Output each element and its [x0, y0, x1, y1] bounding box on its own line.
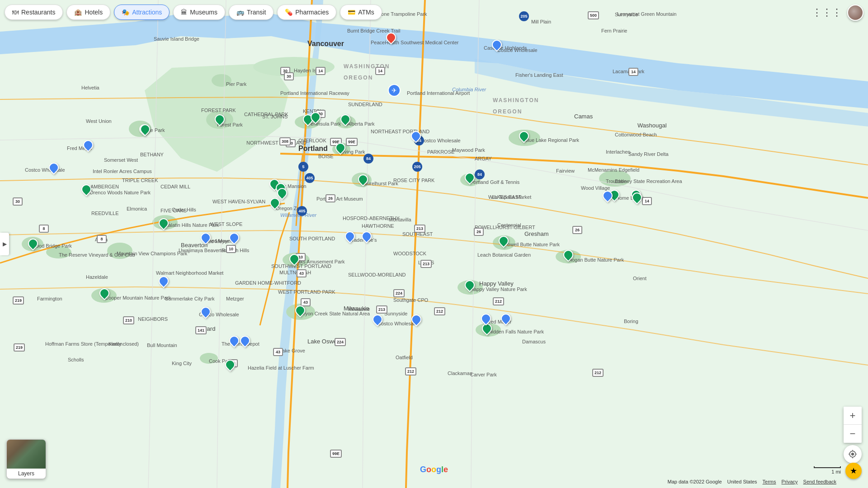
scale-bar: 1 mi [814, 466, 841, 474]
privacy-link[interactable]: Privacy [782, 479, 798, 484]
restaurants-icon: 🍽 [12, 9, 19, 16]
category-button-restaurants[interactable]: 🍽Restaurants [5, 5, 63, 20]
map-marker-28[interactable] [83, 140, 93, 150]
map-marker-39[interactable] [411, 314, 421, 324]
scale-line [814, 466, 841, 468]
map-marker-22[interactable] [99, 288, 109, 298]
map-marker-5[interactable] [335, 143, 345, 153]
map-marker-23[interactable] [295, 305, 305, 315]
map-marker-13[interactable] [159, 218, 169, 228]
category-button-atms[interactable]: 💳ATMs [340, 5, 382, 20]
scale-text: 1 mi [831, 469, 841, 474]
map-marker-18[interactable] [519, 131, 529, 141]
map-marker-34[interactable] [159, 276, 169, 286]
svg-point-10 [107, 243, 132, 259]
map-marker-31[interactable] [492, 40, 502, 50]
map-marker-30[interactable] [411, 131, 421, 141]
map-marker-46[interactable]: ✈ [388, 84, 401, 97]
pharmacies-icon: 💊 [285, 9, 292, 16]
map-marker-21[interactable] [482, 324, 492, 333]
category-button-museums[interactable]: 🏛Museums [173, 5, 225, 20]
attribution-bar: Map data ©2022 Google United States Term… [668, 479, 836, 484]
map-marker-43[interactable] [362, 231, 372, 241]
terms-link[interactable]: Terms [763, 479, 776, 484]
svg-point-8 [212, 74, 231, 87]
map-marker-40[interactable] [481, 314, 491, 324]
map-marker-19[interactable] [563, 250, 573, 260]
map-marker-12[interactable] [81, 184, 91, 194]
map-marker-24[interactable] [225, 360, 235, 370]
category-button-pharmacies[interactable]: 💊Pharmacies [277, 5, 336, 20]
map-marker-17[interactable] [499, 236, 509, 246]
hotels-label: Hotels [85, 9, 103, 16]
map-marker-11[interactable] [289, 254, 299, 264]
feedback-button[interactable]: ★ [845, 463, 862, 479]
zoom-in-button[interactable]: + [844, 407, 862, 425]
map-marker-10[interactable] [277, 188, 287, 198]
map-marker-9[interactable] [270, 198, 280, 208]
category-button-attractions[interactable]: 🎭Attractions [114, 5, 170, 20]
apps-icon[interactable]: ⋮⋮⋮ [812, 7, 842, 19]
map-marker-37[interactable] [240, 336, 250, 346]
map-marker-45[interactable] [386, 33, 396, 42]
user-avatar[interactable] [847, 5, 863, 21]
pharmacies-label: Pharmacies [295, 9, 329, 16]
zoom-controls: + − [844, 407, 862, 443]
map-background [0, 0, 868, 488]
map-marker-44[interactable] [603, 191, 613, 201]
map-marker-20[interactable] [465, 280, 475, 290]
layers-thumbnail [7, 440, 46, 469]
google-logo: Google [420, 465, 448, 474]
map-marker-42[interactable] [345, 231, 355, 241]
zoom-out-button[interactable]: − [844, 425, 862, 443]
expand-sidebar-button[interactable]: ▶ [0, 233, 9, 255]
map-marker-16[interactable] [465, 173, 475, 183]
map-data-text: Map data ©2022 Google [668, 479, 722, 484]
map-container[interactable]: 🍽Restaurants🏨Hotels🎭Attractions🏛Museums🚌… [0, 0, 868, 488]
map-marker-35[interactable] [201, 307, 211, 317]
right-controls: ⋮⋮⋮ [812, 5, 863, 21]
layers-label: Layers [18, 469, 34, 479]
category-button-hotels[interactable]: 🏨Hotels [66, 5, 110, 20]
atms-icon: 💳 [348, 9, 355, 16]
layers-button[interactable]: Layers [6, 439, 46, 479]
country-text: United States [727, 479, 757, 484]
map-marker-4[interactable] [340, 114, 350, 124]
feedback-link[interactable]: Send feedback [803, 479, 836, 484]
map-marker-14[interactable] [28, 239, 38, 249]
map-marker-36[interactable] [229, 336, 239, 346]
map-marker-33[interactable] [229, 233, 239, 243]
map-marker-15[interactable] [140, 124, 150, 134]
museums-label: Museums [190, 9, 217, 16]
map-marker-41[interactable] [501, 314, 511, 324]
transit-icon: 🚌 [236, 9, 244, 16]
category-bar: 🍽Restaurants🏨Hotels🎭Attractions🏛Museums🚌… [5, 5, 382, 20]
svg-point-23 [200, 353, 218, 364]
map-marker-29[interactable] [49, 163, 59, 173]
svg-point-1 [253, 57, 335, 77]
atms-label: ATMs [358, 9, 374, 16]
museums-icon: 🏛 [181, 9, 187, 16]
map-marker-6[interactable] [358, 174, 368, 184]
hotels-icon: 🏨 [74, 9, 82, 16]
my-location-button[interactable] [844, 445, 862, 463]
restaurants-label: Restaurants [21, 9, 55, 16]
map-marker-38[interactable] [373, 314, 382, 324]
attractions-icon: 🎭 [122, 9, 129, 16]
map-marker-1[interactable] [215, 114, 225, 124]
attractions-label: Attractions [132, 9, 162, 16]
map-marker-32[interactable] [201, 233, 211, 243]
category-button-transit[interactable]: 🚌Transit [229, 5, 274, 20]
map-marker-3[interactable] [311, 112, 321, 122]
map-marker-27[interactable] [632, 192, 642, 202]
transit-label: Transit [247, 9, 266, 16]
